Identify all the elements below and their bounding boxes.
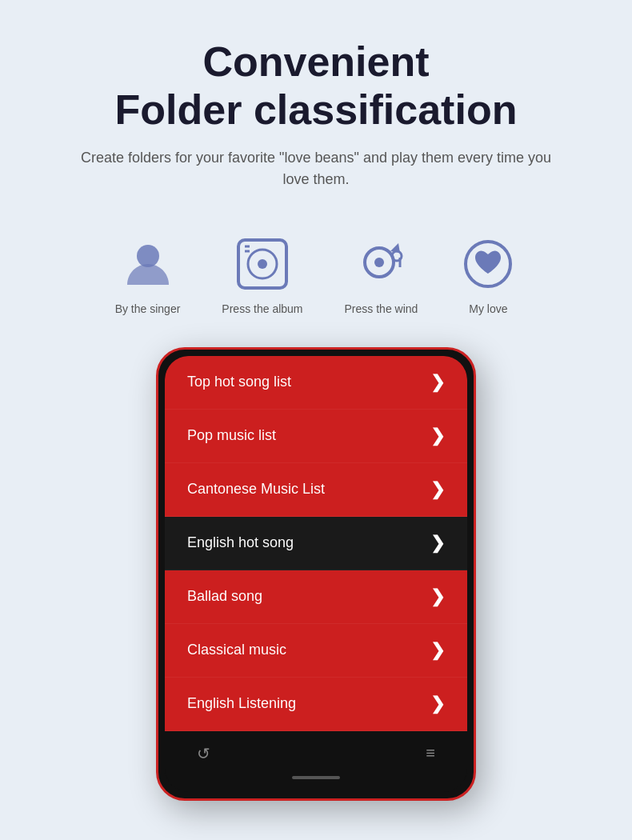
icon-item-album[interactable]: Press the album [222, 235, 302, 315]
arrow-icon-0: ❯ [430, 372, 445, 393]
wind-label: Press the wind [345, 302, 418, 315]
arrow-icon-2: ❯ [430, 479, 445, 500]
arrow-icon-5: ❯ [430, 640, 445, 661]
arrow-icon-1: ❯ [430, 426, 445, 446]
singer-icon [119, 235, 177, 293]
menu-icon[interactable]: ≡ [426, 744, 435, 762]
menu-item-cantonese[interactable]: Cantonese Music List ❯ [165, 463, 467, 517]
menu-item-english-hot[interactable]: English hot song ❯ [165, 517, 467, 570]
phone-screen: Top hot song list ❯ Pop music list ❯ Can… [165, 356, 467, 792]
menu-item-top-hot[interactable]: Top hot song list ❯ [165, 356, 467, 410]
menu-item-ballad[interactable]: Ballad song ❯ [165, 570, 467, 624]
phone-device: Top hot song list ❯ Pop music list ❯ Can… [156, 347, 476, 801]
album-label: Press the album [222, 302, 302, 315]
phone-screen-inner: Top hot song list ❯ Pop music list ❯ Can… [165, 356, 467, 792]
svg-point-7 [374, 258, 384, 267]
arrow-icon-4: ❯ [430, 586, 445, 607]
icon-item-singer[interactable]: By the singer [115, 235, 181, 315]
love-icon [459, 235, 517, 293]
subtitle-text: Create folders for your favorite "love b… [76, 147, 556, 190]
arrow-icon-6: ❯ [430, 694, 445, 714]
album-icon [234, 235, 291, 293]
back-icon[interactable]: ↺ [197, 744, 210, 763]
header-section: Convenient Folder classification Create … [0, 0, 632, 206]
category-icons-row: By the singer Press the album Pres [115, 235, 518, 315]
menu-item-classical[interactable]: Classical music ❯ [165, 624, 467, 678]
page-title: Convenient Folder classification [32, 38, 600, 134]
phone-home-indicator [165, 770, 467, 792]
menu-item-english-listening[interactable]: English Listening ❯ [165, 678, 467, 731]
phone-mockup: Top hot song list ❯ Pop music list ❯ Can… [0, 347, 632, 833]
home-bar[interactable] [292, 776, 340, 779]
wind-icon [352, 235, 410, 293]
icon-item-wind[interactable]: Press the wind [345, 235, 418, 315]
menu-list: Top hot song list ❯ Pop music list ❯ Can… [165, 356, 467, 731]
svg-point-0 [137, 245, 159, 267]
svg-point-3 [258, 259, 267, 269]
love-label: My love [469, 302, 507, 315]
singer-label: By the singer [115, 302, 181, 315]
icon-item-love[interactable]: My love [459, 235, 517, 315]
menu-item-pop-music[interactable]: Pop music list ❯ [165, 410, 467, 463]
arrow-icon-3: ❯ [430, 533, 445, 554]
phone-nav-bar: ↺ ≡ [165, 731, 467, 770]
